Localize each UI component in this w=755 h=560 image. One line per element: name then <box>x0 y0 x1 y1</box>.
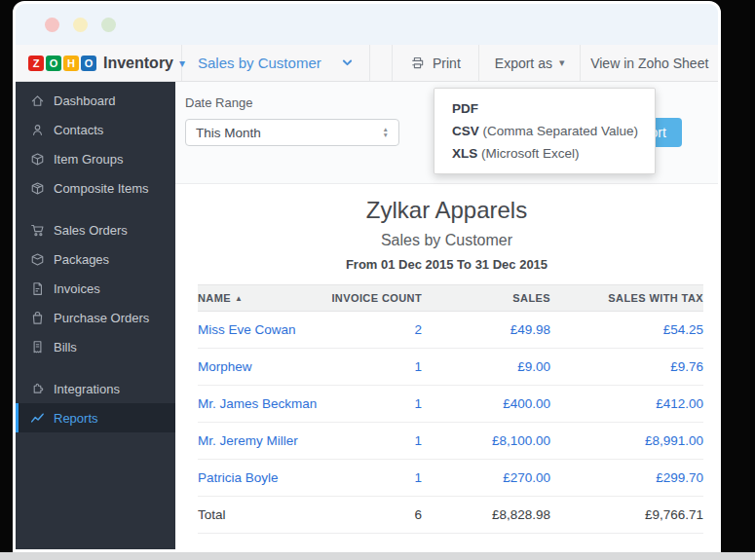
sidebar-item-dashboard[interactable]: Dashboard <box>16 86 175 115</box>
invoice-count-link[interactable]: 1 <box>329 386 422 423</box>
date-range-value: This Month <box>196 126 261 140</box>
sales-value[interactable]: £400.00 <box>422 386 550 423</box>
bag-icon <box>30 311 45 325</box>
export-format-name: PDF <box>452 101 478 116</box>
report-area: Zylkar Apparels Sales by Customer From 0… <box>175 184 718 549</box>
export-menu-item-xls[interactable]: XLS (Microsoft Excel) <box>434 142 655 165</box>
sidebar-item-reports[interactable]: Reports <box>16 403 175 432</box>
sidebar-item-packages[interactable]: Packages <box>16 244 175 274</box>
sidebar-item-purchase-orders[interactable]: Purchase Orders <box>16 303 175 332</box>
zoho-logo-icon: Z O H O <box>28 56 96 71</box>
view-in-zoho-sheet-button[interactable]: View in Zoho Sheet <box>580 45 718 81</box>
cart-icon <box>30 223 45 238</box>
report-picker-dropdown[interactable]: Sales by Customer <box>182 45 370 81</box>
column-header-name[interactable]: NAME▲ <box>198 285 329 312</box>
sales-with-tax-value[interactable]: £8,991.00 <box>550 423 703 460</box>
sales-value[interactable]: £270.00 <box>422 460 550 497</box>
report-title: Sales by Customer <box>175 232 718 249</box>
box-icon <box>30 152 45 167</box>
sidebar-item-label: Composite Items <box>54 181 149 196</box>
report-company-name: Zylkar Apparels <box>175 197 718 224</box>
sidebar-item-label: Reports <box>54 411 98 426</box>
sidebar-item-composite-items[interactable]: Composite Items <box>16 173 175 203</box>
chart-line-icon <box>30 411 45 426</box>
customer-name-link[interactable]: Mr. Jeremy Miller <box>198 423 329 460</box>
column-header-sales[interactable]: SALES <box>422 285 550 312</box>
sidebar-item-label: Integrations <box>54 382 120 396</box>
report-period: From 01 Dec 2015 To 31 Dec 2015 <box>175 257 718 272</box>
sales-with-tax-value[interactable]: £299.70 <box>550 460 703 497</box>
app-window: Z O H O Inventory ▾ Sales by Customer Pr… <box>13 1 721 552</box>
export-as-button[interactable]: Export as ▾ <box>478 45 581 81</box>
invoice-count-link[interactable]: 1 <box>329 423 422 460</box>
total-label: Total <box>198 497 329 534</box>
toolbar-spacer <box>370 45 392 81</box>
product-name: Inventory <box>103 55 173 72</box>
minimize-window-button[interactable] <box>73 18 88 32</box>
sales-value[interactable]: £8,100.00 <box>422 423 550 460</box>
customer-name-link[interactable]: Mr. James Beckman <box>198 386 329 423</box>
report-picker-value: Sales by Customer <box>198 55 321 71</box>
print-button[interactable]: Print <box>392 45 478 81</box>
column-header-invoice-count[interactable]: INVOICE COUNT <box>329 285 422 312</box>
customer-name-link[interactable]: Patricia Boyle <box>198 460 329 497</box>
invoice-count-link[interactable]: 1 <box>329 460 422 497</box>
table-row: Morphew 1 £9.00 £9.76 <box>198 349 703 386</box>
sidebar-item-label: Purchase Orders <box>54 311 149 325</box>
view-in-zoho-sheet-label: View in Zoho Sheet <box>590 56 708 71</box>
sales-with-tax-value[interactable]: £412.00 <box>550 386 703 423</box>
export-menu-item-pdf[interactable]: PDF <box>434 97 655 120</box>
sidebar-item-label: Contacts <box>54 123 103 137</box>
export-format-description: (Comma Separated Value) <box>479 124 638 138</box>
sort-ascending-icon: ▲ <box>235 294 243 303</box>
export-as-label: Export as <box>495 56 552 71</box>
chevron-down-icon <box>341 56 354 69</box>
total-sales: £8,828.98 <box>422 497 550 534</box>
sidebar-item-invoices[interactable]: Invoices <box>16 274 175 303</box>
column-header-sales-with-tax[interactable]: SALES WITH TAX <box>550 285 703 312</box>
puzzle-icon <box>30 382 45 396</box>
zoom-window-button[interactable] <box>101 18 116 32</box>
table-total-row: Total 6 £8,828.98 £9,766.71 <box>198 497 703 534</box>
zoho-inventory-logo[interactable]: Z O H O Inventory ▾ <box>16 45 182 81</box>
sidebar-item-label: Dashboard <box>54 93 116 108</box>
sales-with-tax-value[interactable]: £54.25 <box>550 312 703 349</box>
person-icon <box>30 123 45 137</box>
total-sales-with-tax: £9,766.71 <box>550 497 703 534</box>
sales-with-tax-value[interactable]: £9.76 <box>550 349 703 386</box>
customer-name-link[interactable]: Miss Eve Cowan <box>198 312 329 349</box>
table-row: Patricia Boyle 1 £270.00 £299.70 <box>198 460 703 497</box>
invoice-count-link[interactable]: 2 <box>329 312 422 349</box>
invoice-count-link[interactable]: 1 <box>329 349 422 386</box>
sidebar-item-bills[interactable]: Bills <box>16 332 175 361</box>
sales-value[interactable]: £9.00 <box>422 349 550 386</box>
sidebar-item-label: Item Groups <box>54 152 124 167</box>
home-icon <box>30 93 45 108</box>
table-header-row: NAME▲ INVOICE COUNT SALES SALES WITH TAX <box>198 285 703 312</box>
export-menu-item-csv[interactable]: CSV (Comma Separated Value) <box>434 120 655 142</box>
zoho-tile: Z <box>28 56 44 71</box>
table-row: Mr. Jeremy Miller 1 £8,100.00 £8,991.00 <box>198 423 703 460</box>
select-stepper-icon: ▲▼ <box>383 127 389 138</box>
sidebar-item-integrations[interactable]: Integrations <box>16 374 175 403</box>
document-icon <box>30 281 45 296</box>
receipt-icon <box>30 340 45 355</box>
zoho-tile: H <box>63 56 79 71</box>
total-invoice-count: 6 <box>329 497 422 534</box>
export-format-name: XLS <box>452 146 477 161</box>
sales-value[interactable]: £49.98 <box>422 312 550 349</box>
printer-icon <box>410 56 425 70</box>
sidebar-nav: Dashboard Contacts Item Groups Composite… <box>16 82 175 549</box>
sidebar-item-sales-orders[interactable]: Sales Orders <box>16 215 175 244</box>
caret-down-icon: ▾ <box>559 56 565 69</box>
export-format-description: (Microsoft Excel) <box>477 146 579 161</box>
bottom-band <box>0 552 755 560</box>
date-range-select[interactable]: This Month ▲▼ <box>185 119 399 146</box>
close-window-button[interactable] <box>45 18 59 32</box>
app-header: Z O H O Inventory ▾ Sales by Customer Pr… <box>16 45 718 82</box>
sidebar-item-item-groups[interactable]: Item Groups <box>16 144 175 173</box>
table-row: Miss Eve Cowan 2 £49.98 £54.25 <box>198 312 703 349</box>
zoho-tile: O <box>46 56 61 71</box>
customer-name-link[interactable]: Morphew <box>198 349 329 386</box>
sidebar-item-contacts[interactable]: Contacts <box>16 115 175 144</box>
